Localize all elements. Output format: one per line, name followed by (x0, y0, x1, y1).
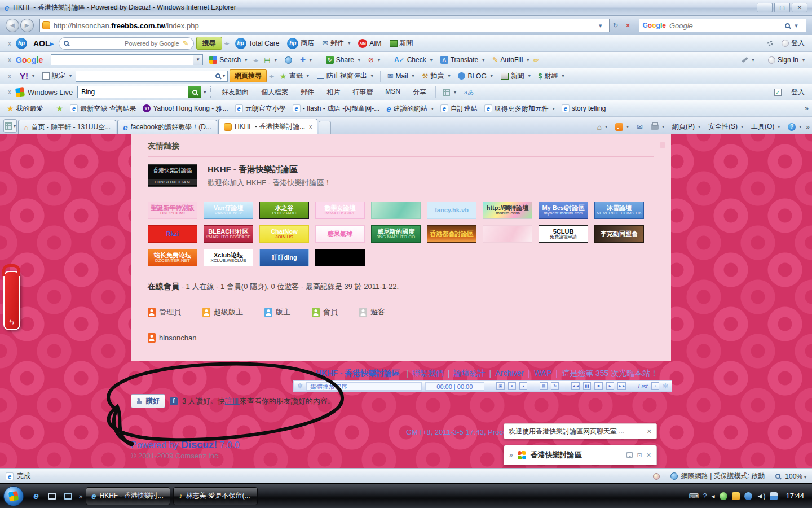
google-share-button[interactable]: ↻Share (322, 55, 364, 65)
favorite-item[interactable]: e- flash - 成语 -闪靓童网-... (289, 103, 383, 115)
antivirus-tray-icon[interactable] (720, 492, 727, 500)
add-favorite-button[interactable]: ★ (53, 103, 67, 114)
partner-banner[interactable]: Rkzi (148, 225, 197, 243)
partner-banner[interactable]: 數學女論壇IMMATHSGIRL (315, 202, 365, 219)
yahoo-auction-button[interactable]: ⚒拍賣 (418, 70, 454, 82)
quicklaunch-explorer[interactable] (60, 489, 75, 503)
taskbar-task-2[interactable]: ♪林志美-愛是不保留(... (173, 487, 258, 505)
live-nav-link[interactable]: 相片 (320, 86, 346, 98)
google-check-button[interactable]: A✓Check (390, 55, 436, 65)
tab-3-active[interactable]: HKHF - 香港快樂討論...x (218, 119, 317, 134)
bing-search-button[interactable] (188, 86, 201, 98)
previous-track-button[interactable]: ◄◄ (571, 382, 580, 390)
taskbar-task-1[interactable]: eHKHF - 香港快樂討... (86, 487, 170, 505)
help-tray-icon[interactable]: ? (703, 492, 707, 500)
safety-menu-button[interactable]: 安全性(S) (705, 121, 747, 133)
partner-banner[interactable]: 5CLUB免費論壇申請 (539, 225, 588, 243)
partner-banner[interactable]: ChatNowJOIN US (259, 225, 309, 243)
partner-banner[interactable]: My Best討論區mybeat.marlito.com (539, 202, 588, 219)
search-icon[interactable] (785, 23, 790, 28)
quicklaunch-chevron-icon[interactable]: » (79, 493, 82, 500)
google-toolbar-close-icon[interactable]: x (3, 56, 16, 64)
get-addons-button[interactable]: e取得更多附加元件 (481, 103, 558, 115)
aol-search-button[interactable]: 搜尋 (196, 37, 222, 50)
partner-banner[interactable] (315, 249, 365, 266)
aol-search-box[interactable]: Powered by Google ✎ (59, 37, 194, 50)
partner-banner[interactable]: fancy.hk.vb (427, 202, 476, 219)
yahoo-finance-button[interactable]: $財經 (535, 70, 568, 82)
live-nav-link[interactable]: 好友動向 (215, 86, 255, 98)
zoom-level[interactable]: 100% (785, 472, 806, 480)
search-input[interactable] (669, 21, 785, 30)
toolbar-drag-handle[interactable]: ◂▸ (224, 40, 229, 46)
google-earth-button[interactable] (281, 55, 296, 65)
read-mail-button[interactable]: ✉ (633, 121, 646, 132)
chat-popout-icon[interactable]: ⊡ (637, 452, 642, 459)
close-button[interactable]: ✕ (792, 3, 807, 12)
google-signin-button[interactable]: Sign In (764, 55, 809, 65)
overflow-chevron-icon[interactable]: » (806, 123, 810, 131)
home-button[interactable]: ⌂ (594, 122, 611, 132)
aol-aim-button[interactable]: AIMAIM (354, 38, 385, 49)
partner-banner[interactable]: BLEACH!社区//MARLITO.BBSPACE (204, 225, 253, 243)
yahoo-toolbar-close-icon[interactable]: x (3, 72, 16, 80)
collapse-icon[interactable] (660, 142, 665, 148)
update-tray-icon[interactable] (732, 492, 740, 500)
register-link[interactable]: 註冊 (225, 397, 240, 405)
site-logo-banner[interactable]: 香港快樂討論區 HINSONCHAN (148, 164, 197, 187)
form-fill-icon[interactable]: ✓ (774, 89, 782, 96)
bing-search-box[interactable] (77, 86, 201, 98)
live-nav-link[interactable]: 郵件 (294, 86, 320, 98)
toast-close-icon[interactable]: ✕ (647, 428, 652, 435)
aol-pencil-icon[interactable]: ✎ (183, 39, 189, 47)
favorite-item[interactable]: e自訂連結 (437, 103, 481, 115)
aol-news-button[interactable]: 新聞 (386, 37, 417, 49)
tab-1[interactable]: ⌂首页 - 陳宇軒 - 131UU空... (18, 120, 116, 134)
quicklaunch-desktop[interactable] (45, 489, 59, 503)
page-menu-button[interactable]: 網頁(P) (669, 121, 704, 133)
aol-toolbar-close-icon[interactable]: x (3, 40, 16, 47)
live-nav-link[interactable]: 行事曆 (346, 86, 379, 98)
stop-button[interactable]: ✕ (622, 22, 634, 29)
footer-link[interactable]: 論壇統計 (454, 369, 486, 378)
back-button[interactable]: ◄ (6, 19, 19, 32)
pause-button[interactable]: ▮▮ (583, 382, 591, 390)
live-translate-button[interactable]: aあ (460, 87, 478, 98)
music-note-button[interactable]: ♪ (651, 382, 659, 390)
maximize-button[interactable]: ▢ (774, 3, 790, 12)
volume-up-button[interactable]: ▴ (519, 382, 527, 390)
yahoo-logo-button[interactable]: Y! (16, 70, 38, 82)
partner-banner[interactable]: 冰雪論壇NEVERICE.COMS.HK (594, 202, 644, 219)
yahoo-search-button[interactable]: 網頁搜尋 (230, 69, 267, 82)
aol-shop-button[interactable]: hp商店 (283, 37, 318, 50)
partner-banner[interactable]: 叮叮ding (259, 249, 309, 266)
partner-banner[interactable]: 糖果氣球 (315, 225, 365, 243)
start-button[interactable] (3, 486, 24, 506)
volume-down-button[interactable]: ▾ (508, 382, 516, 390)
keyboard-tray-icon[interactable]: ⌨ (689, 492, 699, 500)
favorites-button[interactable]: ★我的最愛 (3, 103, 47, 115)
live-layout-button[interactable] (439, 87, 460, 97)
url-text[interactable]: http://hinsonchan.freebbs.com.tw/index.p… (54, 21, 594, 30)
aol-mail-button[interactable]: ✉郵件 (318, 37, 354, 49)
chat-dock-bar[interactable]: » 香港快樂討論區 ⊡ ✕ (504, 445, 657, 465)
playlist-button[interactable]: List (638, 383, 647, 389)
pencil-icon[interactable]: ✏ (533, 56, 539, 64)
chat-bubble-icon[interactable] (626, 452, 633, 458)
quicklaunch-ie[interactable]: e (29, 489, 43, 503)
yahoo-popup-blocker-button[interactable]: 防止視窗彈出 (313, 70, 377, 82)
zoom-icon[interactable] (775, 474, 780, 479)
forward-button[interactable]: ► (20, 19, 34, 32)
live-nav-link[interactable]: MSN (379, 86, 407, 98)
google-settings-button[interactable] (738, 56, 758, 64)
live-nav-link[interactable]: 個人檔案 (255, 86, 294, 98)
help-button[interactable]: ? (784, 122, 805, 132)
online-member-row[interactable]: hinsonchan (148, 333, 654, 343)
chevron-down-icon[interactable]: ▾ (223, 73, 225, 78)
addon-status-icon[interactable] (653, 473, 660, 480)
next-track-button[interactable]: ►► (617, 382, 626, 390)
chat-close-icon[interactable]: ✕ (646, 452, 651, 459)
partner-banner[interactable] (483, 225, 532, 243)
print-button[interactable] (647, 123, 668, 131)
favorite-item[interactable]: Y!Yahoo! Hong Kong - 雅... (139, 103, 231, 115)
